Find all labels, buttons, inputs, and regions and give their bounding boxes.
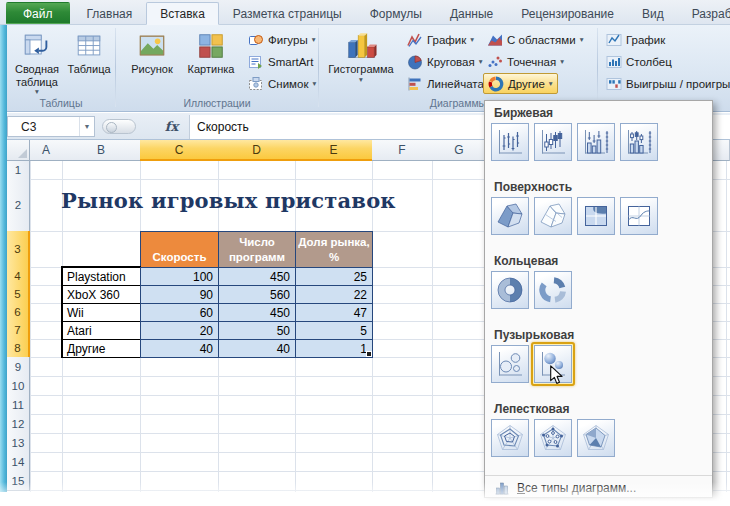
- scatter-chart-icon: [487, 54, 503, 70]
- cell-E4[interactable]: 25: [295, 267, 373, 286]
- cell-D6[interactable]: 450: [218, 303, 296, 322]
- radar-markers-icon: [538, 423, 568, 453]
- column-header-A[interactable]: A: [30, 140, 63, 161]
- chart-type-contour-wireframe[interactable]: [620, 197, 658, 235]
- column-header-C[interactable]: C: [140, 140, 219, 161]
- chart-type-surface-wireframe[interactable]: [534, 197, 572, 235]
- ribbon-tab[interactable]: Вставка: [146, 2, 219, 25]
- ribbon-button[interactable]: Картинка: [182, 28, 240, 76]
- ribbon-button-label: Гистограмма: [328, 63, 394, 76]
- column-header-D[interactable]: D: [218, 140, 296, 161]
- chart-type-stock-vhlc[interactable]: [577, 123, 615, 161]
- ribbon-button[interactable]: Сводная таблица▾: [11, 28, 63, 97]
- ribbon-tab[interactable]: Рецензирование: [507, 2, 628, 24]
- selection-fill-handle[interactable]: [366, 351, 372, 357]
- chart-type-contour[interactable]: [577, 197, 615, 235]
- chart-type-surface-3d[interactable]: [491, 197, 529, 235]
- row-header-7[interactable]: 7: [7, 321, 30, 340]
- column-header-E[interactable]: E: [295, 140, 373, 161]
- row-header-15[interactable]: 15: [7, 471, 30, 491]
- cell-E5[interactable]: 22: [295, 285, 373, 304]
- chart-type-doughnut-exploded[interactable]: [534, 271, 572, 309]
- cell-C4[interactable]: 100: [140, 267, 219, 286]
- clipart-icon: [196, 28, 226, 63]
- ribbon-button[interactable]: Снимок▾: [244, 73, 320, 94]
- row-header-14[interactable]: 14: [7, 452, 30, 472]
- cell-E6[interactable]: 47: [295, 303, 373, 322]
- ribbon-button[interactable]: Столбец: [602, 51, 676, 72]
- cell-D8[interactable]: 40: [218, 339, 296, 358]
- cell-E7[interactable]: 5: [295, 321, 373, 340]
- row-header-4[interactable]: 4: [7, 267, 30, 286]
- row-header-8[interactable]: 8: [7, 339, 30, 358]
- row-header-12[interactable]: 12: [7, 414, 30, 434]
- chart-menu-tile-row: [485, 197, 712, 235]
- cell-D4[interactable]: 450: [218, 267, 296, 286]
- ribbon-tab[interactable]: Разметка страницы: [219, 2, 356, 24]
- row-header-6[interactable]: 6: [7, 303, 30, 322]
- chart-type-doughnut[interactable]: [491, 271, 529, 309]
- ribbon-button[interactable]: Рисунок: [124, 28, 180, 76]
- stock-ohlc-icon: [538, 127, 568, 157]
- cell-C3[interactable]: Скорость: [140, 231, 219, 268]
- row-header-1[interactable]: 1: [7, 161, 30, 180]
- chart-type-radar[interactable]: [491, 419, 529, 457]
- ribbon-button[interactable]: Фигуры▾: [244, 29, 319, 50]
- ribbon-tab[interactable]: Главная: [73, 2, 147, 24]
- ribbon-button[interactable]: Другие▾: [483, 73, 558, 94]
- row-header-3[interactable]: 3: [7, 231, 30, 268]
- cell-D5[interactable]: 560: [218, 285, 296, 304]
- select-all-corner[interactable]: [7, 140, 30, 161]
- cell-B7[interactable]: Atari: [62, 321, 141, 340]
- chart-type-stock-ohlc[interactable]: [534, 123, 572, 161]
- chart-type-radar-markers[interactable]: [534, 419, 572, 457]
- column-header-B[interactable]: B: [62, 140, 141, 161]
- cell-C6[interactable]: 60: [140, 303, 219, 322]
- chart-menu-section: Пузырьковая: [485, 325, 712, 399]
- cell-E3[interactable]: Доля рынка, %: [295, 231, 373, 268]
- cell-E8[interactable]: 1: [295, 339, 373, 358]
- ribbon-button[interactable]: Круговая▾: [403, 51, 486, 72]
- all-chart-types-item[interactable]: Все типы диаграмм...: [485, 475, 712, 500]
- cell-C5[interactable]: 90: [140, 285, 219, 304]
- dropdown-arrow-icon: ▾: [359, 76, 363, 85]
- ribbon-button[interactable]: С областями▾: [483, 29, 587, 50]
- ribbon-group-label: Таблицы: [7, 97, 115, 109]
- cell-D3[interactable]: Число программ: [218, 231, 296, 268]
- ribbon-button[interactable]: Точечная▾: [483, 51, 568, 72]
- chart-type-stock-vohlc[interactable]: [620, 123, 658, 161]
- row-header-5[interactable]: 5: [7, 285, 30, 304]
- column-header-F[interactable]: F: [372, 140, 433, 161]
- row-header-13[interactable]: 13: [7, 433, 30, 453]
- cell-B5[interactable]: XboX 360: [62, 285, 141, 304]
- ribbon-tab[interactable]: Данные: [436, 2, 507, 24]
- ribbon-button[interactable]: График▾: [403, 29, 478, 50]
- cell-C8[interactable]: 40: [140, 339, 219, 358]
- ribbon-button[interactable]: График: [602, 29, 669, 50]
- ribbon-button[interactable]: SmartArt: [244, 51, 317, 72]
- chart-type-radar-filled[interactable]: [577, 419, 615, 457]
- cell-C7[interactable]: 20: [140, 321, 219, 340]
- ribbon-tab[interactable]: Вид: [628, 2, 678, 24]
- insert-function-button[interactable]: fx: [158, 116, 185, 137]
- column-header-G[interactable]: G: [432, 140, 487, 161]
- ribbon-tab[interactable]: Разработчик: [678, 2, 730, 24]
- ribbon-button[interactable]: Таблица: [65, 28, 113, 76]
- row-header-11[interactable]: 11: [7, 395, 30, 415]
- ribbon-button[interactable]: Выигрыш / проигрыш: [602, 73, 730, 94]
- ribbon-tab[interactable]: Формулы: [356, 2, 436, 24]
- row-header-2[interactable]: 2: [7, 179, 30, 232]
- name-box-arrow-icon[interactable]: ▼: [79, 117, 94, 136]
- row-header-9[interactable]: 9: [7, 357, 30, 377]
- row-header-10[interactable]: 10: [7, 376, 30, 396]
- sheet-title-cell[interactable]: Рынок игровых приставок: [61, 188, 396, 213]
- chart-type-stock-hlc[interactable]: [491, 123, 529, 161]
- cell-B6[interactable]: Wii: [62, 303, 141, 322]
- chart-type-bubble[interactable]: [491, 345, 529, 383]
- cell-B4[interactable]: Playstation: [62, 267, 141, 286]
- other-charts-icon: [488, 76, 504, 92]
- ribbon-tab[interactable]: Файл: [6, 2, 70, 24]
- ribbon-button[interactable]: Гистограмма▾: [321, 28, 401, 84]
- cell-D7[interactable]: 50: [218, 321, 296, 340]
- cell-B8[interactable]: Другие: [62, 339, 141, 358]
